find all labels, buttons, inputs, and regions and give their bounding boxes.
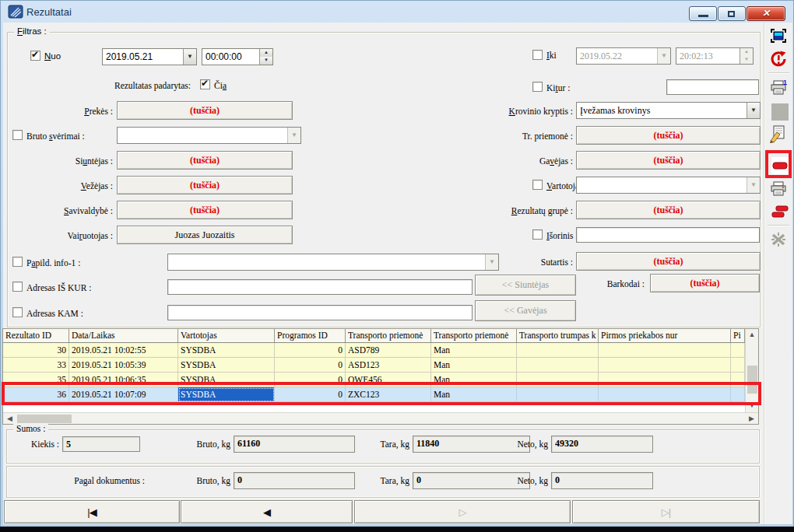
chevron-down-icon[interactable] — [183, 49, 196, 65]
scroll-up-icon[interactable]: ▲ — [746, 329, 758, 341]
grid-cell[interactable]: ASD123 — [346, 358, 431, 373]
print-icon[interactable] — [768, 178, 789, 200]
grid-cell[interactable]: SYSDBA — [178, 387, 275, 402]
chevron-down-icon[interactable] — [747, 103, 760, 118]
grid-column-header[interactable]: Programos ID — [275, 329, 346, 342]
grid-cell[interactable]: 2019.05.21 10:06:35 — [69, 373, 178, 387]
grid-column-header[interactable]: Pi — [731, 329, 745, 342]
gavejas-button[interactable]: (tuščia) — [576, 151, 761, 170]
restore-button[interactable] — [718, 6, 746, 21]
cia-checkbox[interactable] — [200, 79, 210, 89]
grid-cell[interactable] — [517, 343, 599, 358]
grid-cell[interactable] — [517, 373, 599, 387]
prekes-button[interactable]: (tuščia) — [117, 101, 293, 120]
grid-cell[interactable] — [517, 358, 599, 373]
grid-horizontal-scrollbar[interactable]: ◀ ▶ — [3, 412, 758, 424]
scroll-left-icon[interactable]: ◀ — [3, 413, 16, 424]
grid-cell[interactable]: SYSDBA — [178, 358, 275, 373]
grid-cell[interactable] — [599, 373, 731, 387]
table-row[interactable]: 352019.05.21 10:06:35SYSDBA0QWE456Man — [3, 373, 745, 387]
grid-cell[interactable]: 2019.05.21 10:07:09 — [69, 387, 178, 402]
grid-cell[interactable]: 2019.05.21 10:02:55 — [69, 343, 178, 358]
grid-cell[interactable] — [517, 387, 599, 402]
spin-up-icon[interactable] — [260, 49, 272, 57]
grid-cell[interactable]: 35 — [3, 373, 69, 387]
table-row[interactable]: 302019.05.21 10:02:55SYSDBA0ASD789Man — [3, 343, 745, 358]
isorinis-kodas-checkbox[interactable] — [532, 229, 543, 240]
vartotojas-checkbox[interactable] — [532, 180, 543, 190]
adresas-is-kur-checkbox[interactable] — [12, 282, 23, 292]
grid-cell[interactable]: Man — [431, 358, 517, 373]
grid-column-header[interactable]: Transporto priemonė — [431, 329, 517, 342]
grid-cell[interactable]: 33 — [3, 358, 69, 373]
grid-cell[interactable]: SYSDBA — [178, 343, 275, 358]
labels-icon[interactable] — [769, 201, 791, 223]
rezultatu-grupe-button[interactable]: (tuščia) — [576, 201, 761, 219]
adresas-is-kur-input[interactable] — [167, 279, 473, 295]
kitur-input[interactable] — [666, 79, 759, 95]
grid-cell[interactable]: 0 — [275, 343, 346, 358]
grid-cell[interactable]: QWE456 — [346, 373, 431, 387]
grid-cell[interactable]: 0 — [275, 373, 346, 387]
grid-cell[interactable]: Man — [431, 373, 517, 387]
siuntejas-button[interactable]: (tuščia) — [117, 151, 293, 170]
grid-cell[interactable] — [599, 358, 731, 373]
grid-cell[interactable]: 0 — [275, 358, 346, 373]
scroll-down-icon[interactable]: ▼ — [746, 400, 758, 412]
grid-column-header[interactable]: Pirmos priekabos nur — [599, 329, 731, 342]
nav-first-button[interactable]: |◀ — [4, 500, 180, 523]
kitur-checkbox[interactable] — [532, 82, 543, 92]
edit-document-icon[interactable] — [768, 124, 789, 145]
remove-icon[interactable] — [769, 155, 791, 177]
grid-cell[interactable] — [599, 343, 731, 358]
nuo-date-select[interactable]: 2019.05.21 — [102, 48, 197, 65]
vertical-scroll-thumb[interactable] — [747, 366, 757, 394]
grid-cell[interactable]: 36 — [3, 387, 69, 402]
tr-priemone-button[interactable]: (tuščia) — [576, 126, 761, 145]
vezejas-button[interactable]: (tuščia) — [117, 176, 293, 194]
horizontal-scroll-thumb[interactable] — [17, 415, 72, 423]
grid-cell[interactable] — [731, 387, 745, 402]
refresh-icon[interactable] — [768, 48, 789, 70]
print-preview-icon[interactable]: 1 — [768, 77, 789, 99]
savivaldybe-button[interactable]: (tuščia) — [117, 201, 293, 219]
table-row[interactable]: 332019.05.21 10:05:39SYSDBA0ASD123Man — [3, 358, 745, 373]
grid-column-header[interactable]: Transporto trumpas k — [517, 329, 599, 342]
scroll-right-icon[interactable]: ▶ — [745, 413, 758, 424]
barkodai-button[interactable]: (tuščia) — [650, 274, 760, 292]
grid-cell[interactable]: SYSDBA — [178, 373, 275, 387]
close-button[interactable]: ✕ — [747, 6, 785, 21]
isorinis-kodas-input[interactable] — [576, 227, 760, 243]
grid-cell[interactable]: Man — [431, 387, 517, 402]
grid-cell[interactable] — [731, 343, 745, 358]
grid-vertical-scrollbar[interactable]: ▲ ▼ — [745, 329, 758, 412]
grid-cell[interactable] — [731, 358, 745, 373]
papild-info-checkbox[interactable] — [12, 257, 23, 267]
grid-cell[interactable] — [731, 373, 745, 387]
fit-window-icon[interactable] — [768, 25, 789, 47]
grid-cell[interactable]: ZXC123 — [346, 387, 431, 402]
grid-cell[interactable]: 2019.05.21 10:05:39 — [69, 358, 178, 373]
krovinio-kryptis-select[interactable]: Įvežamas krovinys — [576, 102, 761, 119]
spin-down-icon[interactable] — [260, 57, 272, 65]
grid-column-header[interactable]: Transporto priemonė — [346, 329, 431, 342]
grid-cell[interactable]: Man — [431, 343, 517, 358]
minimize-button[interactable] — [689, 6, 717, 21]
grid-column-header[interactable]: Vartotojas — [178, 329, 275, 342]
spinner-buttons[interactable] — [259, 49, 272, 65]
sutartis-button[interactable]: (tuščia) — [576, 252, 761, 271]
nuo-time-spinner[interactable]: 00:00:00 — [202, 48, 273, 65]
grid-column-header[interactable]: Rezultato ID — [3, 329, 69, 342]
grid-cell[interactable]: 0 — [275, 387, 346, 402]
grid-column-header[interactable]: Data/Laikas — [69, 329, 178, 342]
grid-cell[interactable]: 30 — [3, 343, 69, 358]
vairuotojas-button[interactable]: Juozas Juozaitis — [117, 226, 293, 244]
adresas-kam-checkbox[interactable] — [12, 307, 23, 317]
grid-cell[interactable]: ASD789 — [346, 343, 431, 358]
bruto-sverimai-checkbox[interactable] — [12, 130, 23, 140]
nuo-checkbox[interactable] — [30, 51, 40, 61]
grid-cell[interactable] — [599, 387, 731, 402]
iki-checkbox[interactable] — [532, 50, 543, 60]
adresas-kam-input[interactable] — [167, 305, 473, 320]
table-row[interactable]: 362019.05.21 10:07:09SYSDBA0ZXC123Man — [3, 387, 745, 402]
